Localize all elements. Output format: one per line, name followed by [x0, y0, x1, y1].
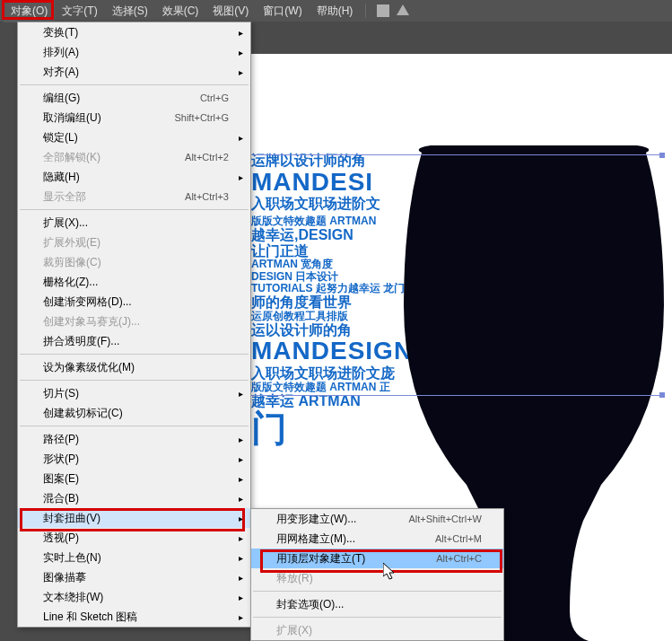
- menu-pixel-perfect[interactable]: 设为像素级优化(M): [18, 357, 250, 377]
- menu-ungroup[interactable]: 取消编组(U)Shift+Ctrl+G: [18, 108, 250, 127]
- menu-separator: [253, 591, 502, 592]
- menu-separator: [20, 426, 249, 426]
- submenu-make-mesh[interactable]: 用网格建立(M)...Alt+Ctrl+M: [251, 529, 503, 549]
- menu-separator: [20, 380, 249, 381]
- mouse-cursor-icon: [383, 563, 397, 581]
- menu-effect[interactable]: 效果(C): [155, 0, 206, 22]
- menu-envelope-distort[interactable]: 封套扭曲(V): [18, 508, 250, 528]
- menu-align[interactable]: 对齐(A): [18, 62, 250, 82]
- submenu-expand: 扩展(X): [251, 620, 503, 640]
- menu-unlock-all: 全部解锁(K)Alt+Ctrl+2: [18, 147, 250, 167]
- object-dropdown: 变换(T) 排列(A) 对齐(A) 编组(G)Ctrl+G 取消编组(U)Shi…: [17, 22, 251, 628]
- menu-line-sketch[interactable]: Line 和 Sketch 图稿: [18, 607, 250, 627]
- selection-handle[interactable]: [659, 392, 665, 398]
- selection-handle[interactable]: [659, 153, 665, 158]
- main-menubar: 对象(O) 文字(T) 选择(S) 效果(C) 视图(V) 窗口(W) 帮助(H…: [0, 0, 672, 22]
- menu-separator: [20, 84, 249, 85]
- menu-trim-marks[interactable]: 创建裁切标记(C): [18, 403, 250, 423]
- toolbar-icon-2[interactable]: [397, 4, 409, 15]
- menu-object[interactable]: 对象(O): [4, 0, 55, 22]
- menu-path[interactable]: 路径(P): [18, 429, 250, 449]
- menu-separator: [20, 209, 249, 210]
- menu-arrange[interactable]: 排列(A): [18, 42, 250, 62]
- menu-crop-image: 裁剪图像(C): [18, 252, 250, 272]
- menu-hide[interactable]: 隐藏(H): [18, 167, 250, 187]
- menu-blend[interactable]: 混合(B): [18, 488, 250, 508]
- menu-expand[interactable]: 扩展(X)...: [18, 213, 250, 233]
- menu-expand-appearance: 扩展外观(E): [18, 233, 250, 252]
- menu-help[interactable]: 帮助(H): [310, 0, 361, 22]
- menubar-divider: [365, 4, 366, 18]
- selection-guide: [251, 154, 664, 155]
- menu-pattern[interactable]: 图案(E): [18, 469, 250, 488]
- menu-group[interactable]: 编组(G)Ctrl+G: [18, 88, 250, 108]
- menu-separator: [253, 617, 502, 618]
- menu-view[interactable]: 视图(V): [205, 0, 256, 22]
- menu-gradient-mesh[interactable]: 创建渐变网格(D)...: [18, 292, 250, 312]
- menu-window[interactable]: 窗口(W): [256, 0, 309, 22]
- menu-shape[interactable]: 形状(P): [18, 449, 250, 469]
- submenu-envelope-options[interactable]: 封套选项(O)...: [251, 594, 503, 614]
- menu-rasterize[interactable]: 栅格化(Z)...: [18, 272, 250, 292]
- menu-show-all: 显示全部Alt+Ctrl+3: [18, 187, 250, 206]
- menu-type[interactable]: 文字(T): [55, 0, 104, 22]
- submenu-make-warp[interactable]: 用变形建立(W)...Alt+Shift+Ctrl+W: [251, 509, 503, 529]
- toolbar-icon-1[interactable]: [377, 4, 389, 17]
- submenu-release: 释放(R): [251, 568, 503, 588]
- menu-select[interactable]: 选择(S): [105, 0, 155, 22]
- menu-text-wrap[interactable]: 文本绕排(W): [18, 587, 250, 607]
- menu-perspective[interactable]: 透视(P): [18, 528, 250, 548]
- selection-guide: [251, 395, 664, 396]
- menu-lock[interactable]: 锁定(L): [18, 127, 250, 147]
- menu-transform[interactable]: 变换(T): [18, 22, 250, 42]
- envelope-submenu: 用变形建立(W)...Alt+Shift+Ctrl+W 用网格建立(M)...A…: [250, 508, 504, 641]
- menu-live-paint[interactable]: 实时上色(N): [18, 548, 250, 567]
- submenu-make-top-object[interactable]: 用顶层对象建立(T)Alt+Ctrl+C: [251, 549, 503, 568]
- menu-slice[interactable]: 切片(S): [18, 383, 250, 403]
- menu-flatten-transparency[interactable]: 拼合透明度(F)...: [18, 331, 250, 351]
- menu-image-trace[interactable]: 图像描摹: [18, 567, 250, 587]
- menu-separator: [20, 354, 249, 355]
- menu-object-mosaic: 创建对象马赛克(J)...: [18, 312, 250, 331]
- toolbar-icons: [371, 4, 409, 17]
